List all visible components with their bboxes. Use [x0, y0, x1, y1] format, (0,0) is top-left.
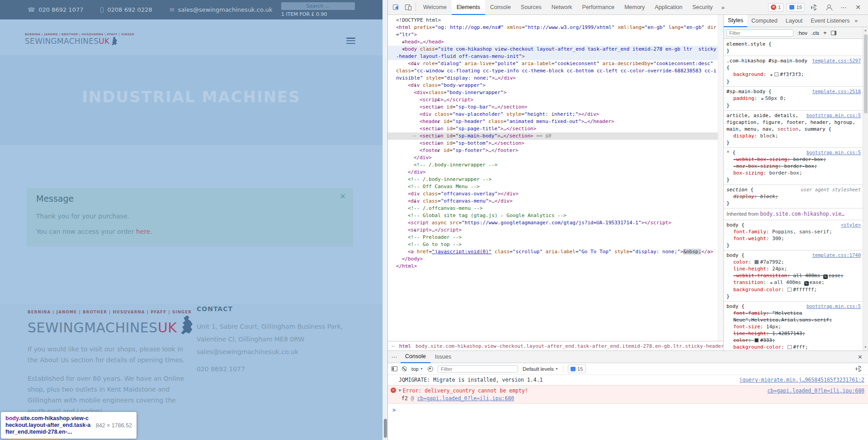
line-gutter-menu-icon[interactable]: ⋯: [389, 132, 415, 140]
stylesheet-source-link[interactable]: template.css:1740: [812, 252, 861, 259]
styles-tab-layout[interactable]: Layout: [782, 15, 807, 27]
topbar-phone-1[interactable]: ☎020 8692 1077: [28, 6, 83, 13]
dom-tree-line[interactable]: <!-- /.body-innerwrapper -->: [388, 161, 718, 169]
devtools-tab-welcome[interactable]: Welcome: [418, 0, 452, 15]
css-declaration[interactable]: font-weight: 300;: [726, 235, 861, 242]
dom-tree-line[interactable]: ▶<div class="offcanvas-menu">…</div>: [388, 198, 718, 205]
css-declaration[interactable]: transition: ▶all 400ms ∿ease;: [726, 279, 861, 286]
device-toolbar-icon[interactable]: [401, 1, 413, 13]
devtools-tab-security[interactable]: Security: [687, 0, 717, 15]
dom-tree-line[interactable]: </body>: [388, 255, 718, 263]
console-messages-badge[interactable]: 15: [568, 364, 586, 373]
css-rule[interactable]: template.css:2518#sp-main-body {padding:…: [724, 87, 863, 111]
hamburger-menu-icon[interactable]: [346, 38, 355, 44]
color-swatch[interactable]: [755, 338, 759, 342]
stylesheet-source-link[interactable]: template.css:2518: [812, 88, 861, 95]
styles-scrollbar-thumb[interactable]: [864, 34, 868, 114]
bezier-curve-icon[interactable]: ∿: [823, 274, 828, 279]
console-context-selector[interactable]: top▼: [411, 366, 423, 372]
dom-tree-line[interactable]: <a href="javascript:void(0)" class="scro…: [388, 248, 718, 255]
dom-tree-line[interactable]: <!-- /.offcanvas-menu -->: [388, 205, 718, 212]
bezier-curve-icon[interactable]: ∿: [804, 281, 809, 286]
dom-tree-line[interactable]: <!-- Preloader -->: [388, 234, 718, 241]
css-declaration[interactable]: color: #333;: [726, 337, 861, 344]
topbar-phone-2[interactable]: 0208 692 0228: [100, 6, 152, 13]
console-tab-issues[interactable]: Issues: [430, 351, 456, 363]
dom-tree-line[interactable]: <div class="offcanvas-overlay"></div>: [388, 190, 718, 198]
collapse-arrow-icon[interactable]: ▼: [396, 46, 405, 53]
styles-tab-event-listeners[interactable]: Event Listeners: [807, 15, 854, 27]
dom-tree-line[interactable]: ▶<head>…</head>: [388, 38, 718, 46]
live-expression-icon[interactable]: [428, 366, 433, 372]
expand-arrow-icon[interactable]: ▶: [414, 97, 440, 104]
stylesheet-source-link[interactable]: <style>: [841, 222, 861, 228]
devtools-tab-console[interactable]: Console: [485, 0, 516, 15]
dom-tree-line[interactable]: ▶<section id="sp-top-bar">…</section>: [388, 104, 718, 111]
css-rule[interactable]: template.css:1740body {color: #7a7992;li…: [724, 251, 863, 302]
collapse-arrow-icon[interactable]: ▼: [408, 90, 428, 97]
css-declaration[interactable]: -moz-box-sizing: border-box;: [726, 163, 861, 170]
css-declaration[interactable]: -webkit-box-sizing: border-box;: [726, 156, 861, 163]
page-scrollbar-thumb[interactable]: [384, 419, 387, 438]
topbar-email[interactable]: ✉sales@sewingmachinesuk.co.uk: [170, 6, 273, 13]
new-style-rule-icon[interactable]: +: [823, 29, 827, 36]
order-link[interactable]: here: [136, 228, 151, 235]
stylesheet-source-link[interactable]: template.css:5297: [812, 57, 861, 64]
console-close-icon[interactable]: ✕: [852, 354, 868, 360]
inspect-element-icon[interactable]: [390, 1, 401, 13]
dom-tree-line[interactable]: ▶<section id="sp-bottom">…</section>: [388, 140, 718, 147]
dom-tree-line[interactable]: ▶<script>…</script>: [388, 96, 718, 104]
css-declaration[interactable]: color: #7a7992;: [726, 259, 861, 265]
log-levels-dropdown[interactable]: Default levels▼: [523, 366, 558, 372]
search-input[interactable]: Search ...: [281, 2, 355, 10]
css-declaration[interactable]: font-size: 14px;: [726, 323, 861, 330]
css-declaration[interactable]: padding: ▶50px 0;: [726, 95, 861, 102]
cart-status[interactable]: 1 ITEM FOR £ 0.90: [281, 11, 363, 17]
console-source-link[interactable]: cb=gapi.loaded_0?le=ili,ipu:680: [767, 388, 864, 394]
dom-tree-line[interactable]: </html>: [388, 263, 718, 270]
expand-arrow-icon[interactable]: ▶: [402, 61, 416, 68]
styles-scrollbar[interactable]: ▲ ▼: [863, 27, 868, 350]
dom-tree-line[interactable]: </div>: [388, 169, 718, 176]
styles-tab-computed[interactable]: Computed: [747, 15, 782, 27]
expand-arrow-icon[interactable]: ▶: [414, 104, 440, 111]
css-rule[interactable]: template.css:5297.com-hikashop #sp-main-…: [724, 56, 863, 87]
styles-filter-input[interactable]: Filter: [726, 29, 793, 37]
css-declaration[interactable]: background-color: #fff;: [726, 344, 861, 350]
css-declaration[interactable]: background-color: #ffffff;: [726, 286, 861, 293]
styles-tab-styles[interactable]: Styles: [724, 15, 747, 27]
expand-arrow-icon[interactable]: ▶: [414, 140, 440, 147]
css-rule[interactable]: element.style {}: [724, 39, 863, 56]
css-declaration[interactable]: font-family: "Helvetica Neue",Helvetica,…: [726, 310, 861, 323]
console-filter-input[interactable]: Filter: [438, 365, 518, 373]
breadcrumb-item[interactable]: html: [399, 343, 411, 349]
devtools-tab-network[interactable]: Network: [547, 0, 577, 15]
dom-tree-line[interactable]: <!-- /.body-innerwrapper -->: [388, 176, 718, 183]
css-rule[interactable]: bootstrap.min.css:5body {font-family: "H…: [724, 302, 863, 350]
dom-tree-line[interactable]: ▶<section id="sp-page-title">…</section>: [388, 125, 718, 132]
console-prompt[interactable]: >: [388, 404, 868, 413]
issues-count-badge[interactable]: 15: [787, 3, 805, 12]
error-count-badge[interactable]: ✕1: [768, 3, 783, 12]
elements-scrollbar[interactable]: [718, 15, 723, 341]
profile-icon[interactable]: [823, 1, 835, 13]
dom-tree-line[interactable]: </div>: [388, 154, 718, 161]
footer-logo[interactable]: BERNINA | JANOME | BROTHER | HUSQVARNA |…: [28, 310, 193, 335]
devtools-close-icon[interactable]: ✕: [853, 4, 863, 11]
devtools-tab-memory[interactable]: Memory: [619, 0, 650, 15]
styles-more-tabs-icon[interactable]: »: [854, 18, 858, 24]
devtools-menu-icon[interactable]: ⋯: [838, 4, 849, 11]
dom-tree-line[interactable]: ⋯▶<section id="sp-main-body">…</section>…: [388, 132, 718, 140]
console-tab-console[interactable]: Console: [401, 351, 430, 363]
dom-tree-line[interactable]: ▼<body class="site com-hikashop view-che…: [388, 46, 718, 60]
dom-tree-line[interactable]: <script async src="https://www.googletag…: [388, 219, 718, 227]
css-declaration[interactable]: background: ▶#f3f3f3;: [726, 71, 861, 78]
console-log-row[interactable]: JQMIGRATE: Migrate is installed, version…: [388, 375, 868, 385]
dom-tree-line[interactable]: ▶<div role="dialog" aria-live="polite" a…: [388, 60, 718, 82]
stylesheet-source-link[interactable]: bootstrap.min.css:5: [807, 112, 861, 119]
dom-tree-line[interactable]: <div class="nav-placeholder" style="heig…: [388, 111, 718, 118]
css-rule[interactable]: <style>body {font-family: Poppins, sans-…: [724, 220, 863, 251]
devtools-tab-application[interactable]: Application: [650, 0, 687, 15]
expand-arrow-icon[interactable]: ▶: [414, 126, 440, 133]
css-declaration[interactable]: line-height: 24px;: [726, 265, 861, 272]
